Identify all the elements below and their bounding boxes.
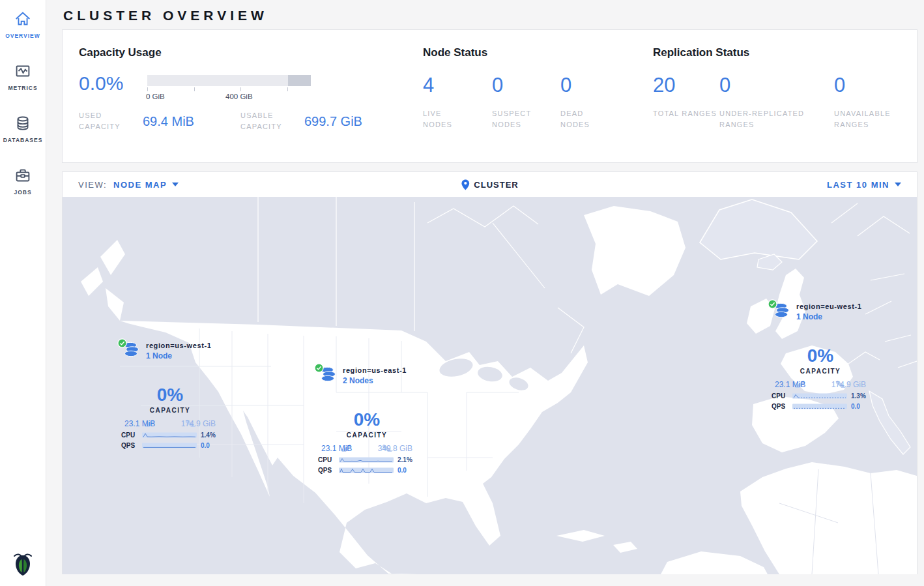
capacity-used-percent: 0.0% [79,72,147,102]
dead-nodes-stat: 0 DEAD NODES [560,74,650,130]
usable-capacity-label: USABLE CAPACITY [240,110,293,132]
sidebar: OVERVIEW METRICS DATABASES JOBS [0,0,46,586]
unavailable-ranges-stat: 0 UNAVAILABLE RANGES [834,74,917,130]
node-region-label: region=us-west-1 [146,342,211,349]
metrics-chart-icon [13,61,33,81]
capacity-bar: 0 GiB 400 GiB [147,75,311,102]
node-locality-link[interactable]: region=us-west-1 1 Node [115,342,225,360]
cpu-sparkline [339,456,394,463]
live-nodes-stat: 4 LIVE NODES [423,74,492,130]
qps-value: 0.0 [201,442,210,449]
node-card-eu-west-1[interactable]: region=eu-west-1 1 Node 0% CAPACITY 23.1… [765,302,876,410]
view-label: VIEW: [78,180,107,190]
sidebar-item-label: DATABASES [3,137,43,143]
sidebar-item-overview[interactable]: OVERVIEW [0,0,46,52]
under-replicated-ranges-stat: 0 UNDER-REPLICATED RANGES [719,74,834,130]
qps-value: 0.0 [851,403,860,410]
sidebar-item-label: JOBS [14,189,31,196]
node-count-label: 2 Nodes [343,376,407,385]
node-status-section: Node Status 4 LIVE NODES 0 SUSPECT NODES… [423,46,650,162]
total-ranges-stat: 20 TOTAL RANGES [653,74,719,130]
cpu-value: 1.4% [201,432,216,439]
node-total-capacity: 174.9 GiB [181,419,216,428]
node-total-capacity: 349.8 GiB [378,444,412,453]
healthy-check-icon [314,363,324,375]
map-toolbar: VIEW: NODE MAP CLUSTER LAST 10 MIN [63,172,917,197]
svg-text:CAPACITY: CAPACITY [800,368,841,375]
node-used-capacity: 23.1 MiB [321,444,352,453]
svg-text:0%: 0% [157,385,184,405]
qps-sparkline [792,403,847,410]
usable-capacity-value: 699.7 GiB [304,114,362,129]
chevron-down-icon [895,183,901,186]
view-selector[interactable]: NODE MAP [113,180,179,190]
qps-sparkline [142,442,197,449]
replication-status-section: Replication Status 20 TOTAL RANGES 0 UND… [650,46,917,162]
sidebar-item-label: METRICS [8,85,37,91]
main-content: CLUSTER OVERVIEW Capacity Usage 0.0% 0 G… [46,0,924,586]
node-region-label: region=us-east-1 [343,366,407,374]
node-total-capacity: 174.9 GiB [831,380,866,389]
node-used-capacity: 23.1 MiB [775,380,805,389]
cpu-row: CPU 1.3% [765,392,876,400]
svg-text:0%: 0% [354,409,381,430]
node-count-label: 1 Node [796,312,861,321]
cpu-row: CPU 1.4% [115,432,225,439]
capacity-usage-title: Capacity Usage [79,46,423,59]
qps-row: QPS 0.0 [311,467,422,474]
node-status-title: Node Status [423,46,650,59]
sidebar-item-metrics[interactable]: METRICS [0,52,46,104]
node-used-capacity: 23.1 MiB [124,419,155,428]
svg-text:0%: 0% [807,345,834,366]
qps-value: 0.0 [397,467,407,474]
cpu-row: CPU 2.1% [311,456,422,463]
capacity-bar-dark-segment [288,75,311,86]
time-range-selector[interactable]: LAST 10 MIN [827,180,901,190]
sidebar-item-label: OVERVIEW [5,33,40,39]
qps-sparkline [339,467,394,474]
node-locality-link[interactable]: region=eu-west-1 1 Node [765,302,876,321]
briefcase-icon [13,166,33,185]
node-region-label: region=eu-west-1 [796,302,861,310]
node-map[interactable]: region=us-west-1 1 Node 0% CAPACITY 23.1… [63,197,917,574]
cpu-value: 1.3% [851,392,866,400]
capacity-usage-section: Capacity Usage 0.0% 0 GiB 400 GiB [79,46,423,162]
healthy-check-icon [768,299,777,312]
cluster-breadcrumb[interactable]: CLUSTER [461,179,518,190]
suspect-nodes-stat: 0 SUSPECT NODES [492,74,560,130]
cpu-sparkline [792,392,847,400]
page-title: CLUSTER OVERVIEW [63,8,924,23]
node-card-us-east-1[interactable]: region=us-east-1 2 Nodes 0% CAPACITY 23.… [311,366,422,474]
used-capacity-label: USED CAPACITY [79,110,131,132]
node-map-panel: VIEW: NODE MAP CLUSTER LAST 10 MIN [62,171,917,574]
replication-status-title: Replication Status [653,46,917,59]
qps-row: QPS 0.0 [765,403,876,410]
svg-text:CAPACITY: CAPACITY [347,432,387,439]
cpu-value: 2.1% [397,456,412,463]
sidebar-item-databases[interactable]: DATABASES [0,104,46,156]
database-icon [13,113,33,133]
capacity-axis-tick-0: 0 GiB [146,93,165,100]
qps-row: QPS 0.0 [115,442,225,449]
node-count-label: 1 Node [146,351,211,360]
chevron-down-icon [172,183,179,186]
cluster-summary-panel: Capacity Usage 0.0% 0 GiB 400 GiB [62,29,917,163]
home-icon [13,9,33,29]
cpu-sparkline [142,432,197,439]
cockroachdb-logo [12,549,34,581]
svg-text:CAPACITY: CAPACITY [150,407,190,414]
healthy-check-icon [117,338,127,351]
capacity-axis-tick-400: 400 GiB [225,93,253,100]
node-locality-link[interactable]: region=us-east-1 2 Nodes [311,366,422,385]
used-capacity-value: 69.4 MiB [143,114,194,129]
sidebar-item-jobs[interactable]: JOBS [0,156,46,209]
map-pin-icon [461,179,469,190]
node-card-us-west-1[interactable]: region=us-west-1 1 Node 0% CAPACITY 23.1… [115,342,225,449]
